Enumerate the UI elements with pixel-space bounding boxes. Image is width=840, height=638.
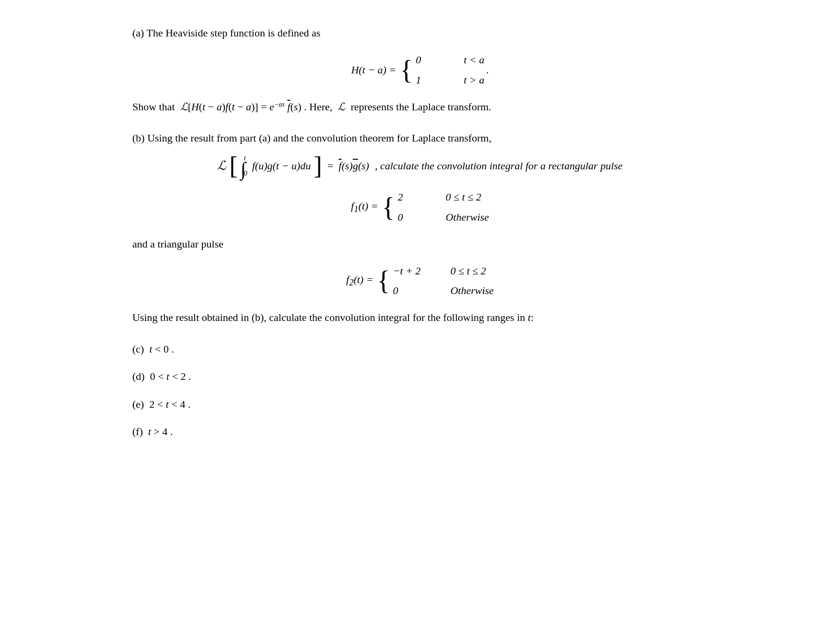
f2-left-brace: { — [377, 267, 390, 294]
f1-case-2-condition: Otherwise — [445, 209, 489, 225]
part-e-label: (e) — [132, 398, 144, 410]
part-e-section: (e) 2 < t < 4 . — [132, 395, 708, 413]
part-d-label: (d) — [132, 370, 145, 382]
big-left-bracket: [ — [229, 154, 237, 178]
part-f-line: (f) t > 4 . — [132, 423, 708, 440]
part-a-section: (a) The Heaviside step function is defin… — [132, 24, 708, 116]
f1-left-brace: { — [382, 194, 395, 221]
case-2-value: 1 — [416, 71, 454, 88]
f1-cases: 2 0 ≤ t ≤ 2 0 Otherwise — [397, 189, 489, 225]
f2-definition: f2(t) = { −t + 2 0 ≤ t ≤ 2 0 Otherwise — [132, 262, 708, 299]
show-that-line: Show that ℒ[H(t − a)f(t − a)] = e−as f(s… — [132, 98, 708, 116]
part-f-section: (f) t > 4 . — [132, 423, 708, 440]
f2-cases: −t + 2 0 ≤ t ≤ 2 0 Otherwise — [393, 262, 493, 299]
triangular-pulse-intro: and a triangular pulse — [132, 235, 708, 253]
f1-definition: f1(t) = { 2 0 ≤ t ≤ 2 0 Otherwise — [132, 189, 708, 225]
part-c-section: (c) t < 0 . — [132, 340, 708, 358]
using-result-line: Using the result obtained in (b), calcul… — [132, 308, 708, 326]
part-b-intro: (b) Using the result from part (a) and t… — [132, 129, 708, 147]
part-a-label: (a) — [132, 27, 144, 39]
integral-lower: 0 — [244, 168, 247, 179]
f2-case-2-condition: Otherwise — [450, 282, 493, 299]
case-1-value: 0 — [416, 51, 454, 68]
part-b-label: (b) — [132, 132, 145, 144]
f1-case-row-2: 0 Otherwise — [397, 209, 489, 225]
f1-case-1-condition: 0 ≤ t ≤ 2 — [445, 189, 481, 205]
case-2-condition: t > a — [464, 71, 484, 88]
big-right-bracket: ] — [314, 154, 322, 178]
convolution-theorem-eq: ℒ [ ∫ t 0 f(u)g(t − u)du ] = f(s)g(s) , … — [132, 153, 708, 179]
heaviside-piecewise: { 0 t < a 1 t > a — [400, 51, 484, 88]
heaviside-definition: H(t − a) = { 0 t < a 1 t > a . — [132, 51, 708, 88]
part-c-line: (c) t < 0 . — [132, 340, 708, 358]
case-row-1: 0 t < a — [416, 51, 484, 68]
integral-upper: t — [244, 153, 247, 168]
part-d-line: (d) 0 < t < 2 . — [132, 367, 708, 385]
part-b-section: (b) Using the result from part (a) and t… — [132, 129, 708, 327]
f2-case-row-1: −t + 2 0 ≤ t ≤ 2 — [393, 262, 493, 279]
piecewise-cases: 0 t < a 1 t > a — [416, 51, 484, 88]
f1-case-2-value: 0 — [397, 209, 436, 225]
page-content: (a) The Heaviside step function is defin… — [132, 24, 708, 440]
f2-case-1-condition: 0 ≤ t ≤ 2 — [450, 262, 486, 279]
f1-case-row-1: 2 0 ≤ t ≤ 2 — [397, 189, 489, 205]
part-d-section: (d) 0 < t < 2 . — [132, 367, 708, 385]
f2-case-row-2: 0 Otherwise — [393, 282, 493, 299]
f2-lhs: f2(t) = — [346, 271, 373, 290]
part-c-label: (c) — [132, 343, 144, 355]
f2-case-2-value: 0 — [393, 282, 441, 299]
part-a-intro: (a) The Heaviside step function is defin… — [132, 24, 708, 42]
part-f-label: (f) — [132, 425, 143, 437]
case-1-condition: t < a — [464, 51, 484, 68]
f1-case-1-value: 2 — [397, 189, 436, 205]
case-row-2: 1 t > a — [416, 71, 484, 88]
f2-case-1-value: −t + 2 — [393, 262, 441, 279]
f1-piecewise: { 2 0 ≤ t ≤ 2 0 Otherwise — [382, 189, 489, 225]
left-brace: { — [400, 57, 413, 83]
f1-lhs: f1(t) = — [351, 198, 378, 217]
heaviside-lhs: H(t − a) = — [351, 61, 396, 78]
laplace-symbol-conv: ℒ — [217, 156, 226, 176]
f2-piecewise: { −t + 2 0 ≤ t ≤ 2 0 Otherwise — [377, 262, 494, 299]
part-e-line: (e) 2 < t < 4 . — [132, 395, 708, 413]
